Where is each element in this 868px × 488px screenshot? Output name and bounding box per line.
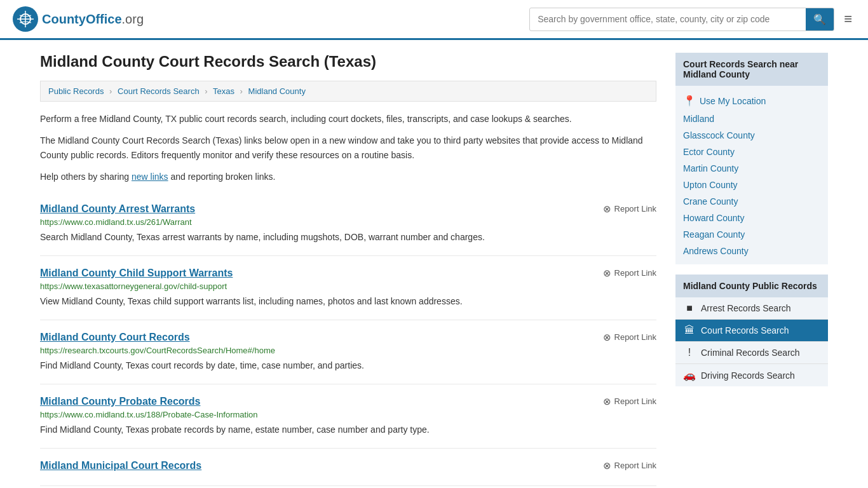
result-url: https://www.co.midland.tx.us/188/Probate…: [40, 410, 656, 419]
sidebar-driving-records[interactable]: 🚗 Driving Records Search: [675, 364, 828, 386]
result-desc: Find Midland County, Texas court records…: [40, 359, 656, 372]
sidebar-link-crane[interactable]: Crane County: [683, 193, 820, 210]
sidebar-arrest-records[interactable]: ■ Arrest Records Search: [675, 297, 828, 320]
report-icon: ⊗: [603, 332, 611, 343]
result-title[interactable]: Midland County Child Support Warrants: [40, 268, 233, 279]
result-title[interactable]: Midland County Court Records: [40, 332, 190, 343]
report-icon: ⊗: [603, 268, 611, 279]
description-1: Perform a free Midland County, TX public…: [40, 112, 656, 126]
result-desc: View Midland County, Texas child support…: [40, 295, 656, 308]
new-links-link[interactable]: new links: [132, 172, 168, 182]
result-item: Midland County Arrest Warrants ⊗ Report …: [40, 192, 656, 256]
report-link[interactable]: ⊗ Report Link: [603, 460, 656, 471]
sidebar-link-reagan[interactable]: Reagan County: [683, 226, 820, 243]
search-button[interactable]: 🔍: [806, 8, 834, 30]
sidebar: Court Records Search near Midland County…: [675, 53, 828, 486]
sidebar-link-upton[interactable]: Upton County: [683, 177, 820, 193]
use-my-location-button[interactable]: 📍 Use My Location: [683, 91, 820, 111]
result-desc: Search Midland County, Texas arrest warr…: [40, 231, 656, 244]
site-header: CountyOffice.org 🔍 ≡: [0, 0, 868, 40]
report-icon: ⊗: [603, 203, 611, 215]
sidebar-link-howard[interactable]: Howard County: [683, 210, 820, 226]
logo-text: CountyOffice.org: [42, 12, 144, 27]
result-url: https://research.txcourts.gov/CourtRecor…: [40, 346, 656, 355]
report-link[interactable]: ⊗ Report Link: [603, 396, 656, 407]
logo-area: CountyOffice.org: [13, 6, 144, 32]
result-item: Midland County Probate Records ⊗ Report …: [40, 384, 656, 449]
report-link[interactable]: ⊗ Report Link: [603, 332, 656, 343]
breadcrumb: Public Records › Court Records Search › …: [40, 81, 656, 102]
results-list: Midland County Arrest Warrants ⊗ Report …: [40, 192, 656, 486]
sidebar-nearby-content: 📍 Use My Location Midland Glasscock Coun…: [675, 86, 828, 264]
sidebar-nearby-section: Court Records Search near Midland County…: [675, 53, 828, 264]
result-url: https://www.texasattorneygeneral.gov/chi…: [40, 281, 656, 291]
result-item: Midland County Court Records ⊗ Report Li…: [40, 320, 656, 384]
menu-icon[interactable]: ≡: [841, 8, 855, 30]
criminal-records-icon: !: [683, 347, 696, 358]
report-link[interactable]: ⊗ Report Link: [603, 268, 656, 279]
sidebar-court-records[interactable]: 🏛 Court Records Search: [675, 320, 828, 342]
report-icon: ⊗: [603, 460, 611, 471]
breadcrumb-texas[interactable]: Texas: [213, 86, 234, 96]
result-desc: Find Midland County, Texas probate recor…: [40, 423, 656, 437]
description-2: The Midland County Court Records Search …: [40, 133, 656, 162]
court-records-icon: 🏛: [683, 325, 696, 336]
result-url: https://www.co.midland.tx.us/261/Warrant: [40, 217, 656, 227]
breadcrumb-midland-county[interactable]: Midland County: [248, 86, 306, 96]
result-title[interactable]: Midland County Arrest Warrants: [40, 203, 195, 215]
breadcrumb-public-records[interactable]: Public Records: [48, 86, 104, 96]
description-3: Help others by sharing new links and rep…: [40, 170, 656, 184]
logo-icon: [13, 6, 38, 32]
arrest-records-icon: ■: [683, 302, 696, 314]
search-input[interactable]: [530, 9, 806, 29]
driving-records-icon: 🚗: [683, 369, 696, 381]
result-item: Midland County Child Support Warrants ⊗ …: [40, 256, 656, 320]
sidebar-link-andrews[interactable]: Andrews County: [683, 243, 820, 259]
sidebar-link-martin[interactable]: Martin County: [683, 160, 820, 177]
search-bar: 🔍: [529, 8, 834, 31]
header-right: 🔍 ≡: [529, 8, 855, 31]
sidebar-criminal-records[interactable]: ! Criminal Records Search: [675, 342, 828, 364]
result-item: Midland Municipal Court Records ⊗ Report…: [40, 449, 656, 486]
sidebar-link-midland[interactable]: Midland: [683, 111, 820, 127]
breadcrumb-court-records-search[interactable]: Court Records Search: [118, 86, 200, 96]
location-pin-icon: 📍: [683, 95, 696, 107]
page-container: Midland County Court Records Search (Tex…: [21, 40, 847, 488]
result-title[interactable]: Midland County Probate Records: [40, 396, 200, 407]
report-link[interactable]: ⊗ Report Link: [603, 203, 656, 215]
sidebar-link-ector[interactable]: Ector County: [683, 144, 820, 160]
report-icon: ⊗: [603, 396, 611, 407]
main-content: Midland County Court Records Search (Tex…: [40, 53, 656, 486]
sidebar-public-records-section: Midland County Public Records ■ Arrest R…: [675, 274, 828, 386]
sidebar-nearby-title: Court Records Search near Midland County: [675, 53, 828, 86]
sidebar-public-records-title: Midland County Public Records: [675, 274, 828, 297]
page-title: Midland County Court Records Search (Tex…: [40, 53, 656, 71]
result-title[interactable]: Midland Municipal Court Records: [40, 460, 201, 471]
sidebar-link-glasscock[interactable]: Glasscock County: [683, 127, 820, 144]
